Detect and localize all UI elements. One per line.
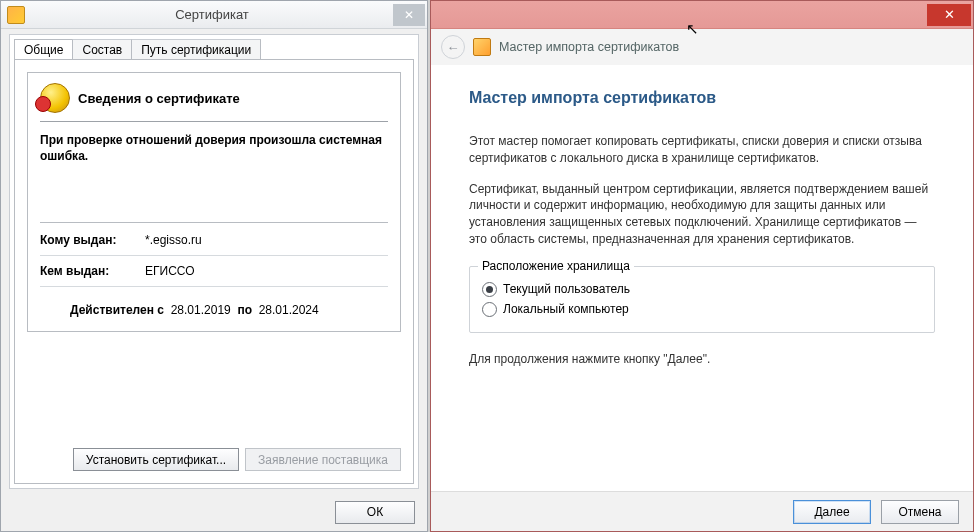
next-button[interactable]: Далее (793, 500, 871, 524)
cancel-button[interactable]: Отмена (881, 500, 959, 524)
wizard-icon (473, 38, 491, 56)
desktop: Сертификат ✕ Общие Состав Путь сертифика… (0, 0, 974, 532)
certificate-window: Сертификат ✕ Общие Состав Путь сертифика… (0, 0, 428, 532)
cert-action-buttons: Установить сертификат... Заявление поста… (73, 448, 401, 471)
validity-row: Действителен с 28.01.2019 по 28.01.2024 (70, 303, 388, 317)
divider (40, 255, 388, 256)
valid-to-label: по (237, 303, 252, 317)
issued-by-row: Кем выдан: ЕГИССО (40, 264, 388, 278)
cert-error-message: При проверке отношений доверия произошла… (40, 132, 388, 164)
issued-to-value: *.egisso.ru (145, 233, 202, 247)
left-title: Сертификат (31, 7, 393, 22)
radio-current-user[interactable]: Текущий пользователь (482, 282, 922, 297)
divider (40, 286, 388, 287)
issued-by-label: Кем выдан: (40, 264, 145, 278)
wizard-intro-1: Этот мастер помогает копировать сертифик… (469, 133, 935, 167)
wizard-heading: Мастер импорта сертификатов (469, 89, 935, 107)
divider (40, 222, 388, 223)
divider (40, 121, 388, 122)
left-client-area: Общие Состав Путь сертификации Сведения … (9, 34, 419, 489)
wizard-intro-2: Сертификат, выданный центром сертификаци… (469, 181, 935, 248)
valid-from-value: 28.01.2019 (171, 303, 231, 317)
certificate-badge-icon (40, 83, 70, 113)
right-titlebar: ✕ (431, 1, 973, 29)
wizard-content: Мастер импорта сертификатов Этот мастер … (431, 65, 973, 489)
tab-body: Сведения о сертификате При проверке отно… (14, 59, 414, 484)
left-footer: ОК (1, 493, 427, 531)
issued-by-value: ЕГИССО (145, 264, 195, 278)
radio-icon (482, 282, 497, 297)
valid-to-value: 28.01.2024 (259, 303, 319, 317)
store-location-group: Расположение хранилища Текущий пользоват… (469, 266, 935, 333)
left-titlebar: Сертификат ✕ (1, 1, 427, 29)
vendor-statement-button: Заявление поставщика (245, 448, 401, 471)
radio-local-label: Локальный компьютер (503, 302, 629, 316)
cert-info-box: Сведения о сертификате При проверке отно… (27, 72, 401, 332)
cert-info-heading: Сведения о сертификате (78, 91, 240, 106)
wizard-window: ✕ ← Мастер импорта сертификатов Мастер и… (430, 0, 974, 532)
radio-local-machine[interactable]: Локальный компьютер (482, 302, 922, 317)
left-close-button[interactable]: ✕ (393, 4, 425, 26)
wizard-footer: Далее Отмена (431, 491, 973, 531)
radio-icon (482, 302, 497, 317)
back-arrow-icon[interactable]: ← (441, 35, 465, 59)
radio-current-label: Текущий пользователь (503, 282, 630, 296)
valid-from-label: Действителен с (70, 303, 164, 317)
continue-hint: Для продолжения нажмите кнопку "Далее". (469, 351, 935, 368)
tabs: Общие Состав Путь сертификации (10, 35, 418, 60)
install-certificate-button[interactable]: Установить сертификат... (73, 448, 239, 471)
tab-details[interactable]: Состав (72, 39, 132, 60)
certificate-app-icon (7, 6, 25, 24)
ok-button[interactable]: ОК (335, 501, 415, 524)
tab-general[interactable]: Общие (14, 39, 73, 60)
right-close-button[interactable]: ✕ (927, 4, 971, 26)
group-legend: Расположение хранилища (478, 259, 634, 273)
cert-head: Сведения о сертификате (40, 83, 388, 113)
wizard-ribbon-title: Мастер импорта сертификатов (499, 40, 679, 54)
right-ribbon: ← Мастер импорта сертификатов (431, 29, 973, 66)
issued-to-row: Кому выдан: *.egisso.ru (40, 233, 388, 247)
tab-certpath[interactable]: Путь сертификации (131, 39, 261, 60)
issued-to-label: Кому выдан: (40, 233, 145, 247)
